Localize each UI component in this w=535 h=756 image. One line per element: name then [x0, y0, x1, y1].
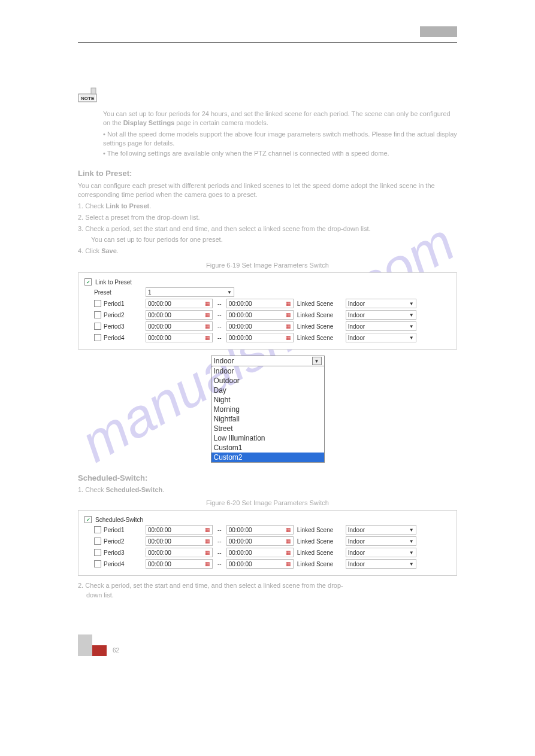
step-3-sub: You can set up to four periods for one p… [91, 235, 457, 244]
linked-scene-label: Linked Scene [297, 335, 342, 341]
period2-scene-select[interactable]: Indoor▼ [346, 536, 416, 546]
link-preset-checkbox[interactable] [84, 278, 92, 286]
step-2: 2. Select a preset from the drop-down li… [78, 213, 457, 222]
period1-checkbox[interactable] [94, 300, 101, 307]
scheduled-switch-panel: Scheduled-Switch Period1 00:00:00▦ -- 00… [78, 510, 457, 576]
figure-6-19-caption: Figure 6-19 Set Image Parameters Switch [78, 262, 457, 269]
dropdown-selected[interactable]: Indoor ▼ [211, 356, 325, 366]
calendar-icon: ▦ [205, 323, 210, 329]
calendar-icon: ▦ [286, 312, 291, 318]
period4-end[interactable]: 00:00:00▦ [226, 559, 294, 569]
period3-scene-select[interactable]: Indoor▼ [346, 321, 416, 331]
period4-end[interactable]: 00:00:00▦ [226, 333, 294, 342]
calendar-icon: ▦ [205, 549, 210, 555]
linked-scene-label: Linked Scene [297, 300, 342, 307]
linked-scene-label: Linked Scene [297, 527, 342, 533]
calendar-icon: ▦ [205, 538, 210, 544]
svg-rect-3 [91, 88, 96, 94]
period3-start[interactable]: 00:00:00▦ [146, 321, 213, 331]
period1-label: Period1 [104, 300, 124, 307]
period3-checkbox[interactable] [94, 549, 101, 556]
period2-scene-select[interactable]: Indoor▼ [346, 310, 416, 320]
period3-checkbox[interactable] [94, 323, 101, 330]
chevron-down-icon: ▼ [409, 301, 414, 306]
calendar-icon: ▦ [205, 561, 210, 567]
period4-label: Period4 [104, 561, 124, 567]
link-preset-panel: Link to Preset Preset 1▼ Period1 00:00:0… [78, 272, 457, 350]
dropdown-item[interactable]: Indoor [211, 366, 324, 376]
chevron-down-icon: ▼ [409, 527, 414, 533]
period3-end[interactable]: 00:00:00▦ [226, 321, 294, 331]
chevron-down-icon: ▼ [409, 561, 414, 567]
period1-start[interactable]: 00:00:00▦ [146, 525, 213, 535]
preset-select[interactable]: 1▼ [146, 287, 234, 297]
footer-grey-box [78, 645, 92, 656]
dropdown-item[interactable]: Low Illumination [211, 433, 324, 443]
period2-end[interactable]: 00:00:00▦ [226, 536, 294, 546]
calendar-icon: ▦ [286, 561, 291, 567]
period1-checkbox[interactable] [94, 526, 101, 533]
period2-start[interactable]: 00:00:00▦ [146, 310, 213, 320]
period3-scene-select[interactable]: Indoor▼ [346, 548, 416, 557]
dropdown-item[interactable]: Street [211, 424, 324, 433]
footer-grey-box [78, 634, 92, 645]
dropdown-item[interactable]: Custom1 [211, 443, 324, 453]
link-preset-label: Link to Preset [95, 279, 132, 286]
period1-scene-select[interactable]: Indoor▼ [346, 525, 416, 535]
period4-checkbox[interactable] [94, 560, 101, 567]
period2-start[interactable]: 00:00:00▦ [146, 536, 213, 546]
header-badge [420, 26, 457, 37]
scheduled-step2: 2. Check a period, set the start and end… [78, 582, 457, 589]
step-3: 3. Check a period, set the start and end… [78, 224, 457, 233]
footer-red-box [92, 645, 107, 656]
dropdown-item[interactable]: Morning [211, 405, 324, 414]
link-preset-desc: You can configure each preset with diffe… [78, 181, 457, 199]
period1-start[interactable]: 00:00:00▦ [146, 299, 213, 308]
linked-scene-label: Linked Scene [297, 312, 342, 318]
linked-scene-label: Linked Scene [297, 538, 342, 545]
chevron-down-icon: ▼ [227, 290, 232, 295]
period1-label: Period1 [104, 527, 124, 533]
calendar-icon: ▦ [205, 335, 210, 341]
note-icon: NOTE [78, 87, 101, 104]
dropdown-item-selected[interactable]: Custom2 [211, 453, 324, 462]
linked-scene-label: Linked Scene [297, 561, 342, 567]
calendar-icon: ▦ [286, 527, 291, 533]
period2-checkbox[interactable] [94, 311, 101, 318]
calendar-icon: ▦ [286, 300, 291, 306]
period3-label: Period3 [104, 549, 124, 556]
svg-text:NOTE: NOTE [81, 96, 95, 101]
footer: 62 [78, 634, 457, 656]
period4-label: Period4 [104, 335, 124, 341]
period4-start[interactable]: 00:00:00▦ [146, 333, 213, 342]
chevron-down-icon: ▼ [312, 357, 322, 365]
period3-label: Period3 [104, 323, 124, 330]
calendar-icon: ▦ [205, 527, 210, 533]
period4-start[interactable]: 00:00:00▦ [146, 559, 213, 569]
scheduled-step2b: down list. [86, 591, 457, 599]
period3-end[interactable]: 00:00:00▦ [226, 548, 294, 557]
scene-dropdown-open: Indoor ▼ Indoor Outdoor Day Night Mornin… [211, 356, 325, 463]
dropdown-item[interactable]: Nightfall [211, 414, 324, 424]
page-number: 62 [113, 647, 119, 654]
scheduled-switch-checkbox[interactable] [84, 516, 92, 523]
chevron-down-icon: ▼ [409, 335, 414, 341]
period4-scene-select[interactable]: Indoor▼ [346, 333, 416, 342]
dropdown-item[interactable]: Night [211, 395, 324, 405]
period4-checkbox[interactable] [94, 334, 101, 341]
calendar-icon: ▦ [286, 549, 291, 555]
period3-start[interactable]: 00:00:00▦ [146, 548, 213, 557]
period4-scene-select[interactable]: Indoor▼ [346, 559, 416, 569]
dropdown-item[interactable]: Outdoor [211, 376, 324, 385]
period1-end[interactable]: 00:00:00▦ [226, 299, 294, 308]
linked-scene-label: Linked Scene [297, 549, 342, 556]
period1-end[interactable]: 00:00:00▦ [226, 525, 294, 535]
scheduled-switch-label: Scheduled-Switch [95, 517, 143, 523]
chevron-down-icon: ▼ [409, 539, 414, 544]
figure-6-20-caption: Figure 6-20 Set Image Parameters Switch [78, 499, 457, 506]
period2-checkbox[interactable] [94, 538, 101, 545]
period1-scene-select[interactable]: Indoor▼ [346, 299, 416, 308]
dropdown-item[interactable]: Day [211, 385, 324, 395]
period2-end[interactable]: 00:00:00▦ [226, 310, 294, 320]
note-text: You can set up to four periods for 24 ho… [103, 110, 457, 127]
